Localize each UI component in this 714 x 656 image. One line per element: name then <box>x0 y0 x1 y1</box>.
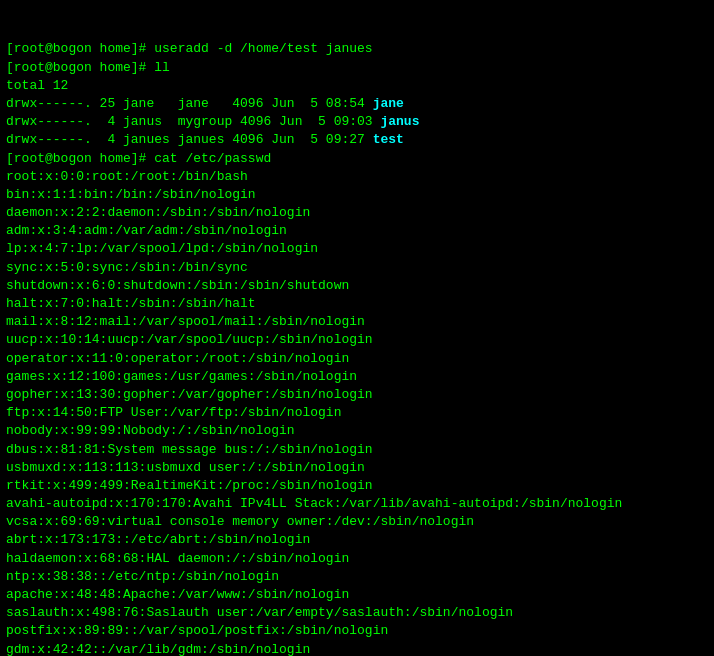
terminal-line: gopher:x:13:30:gopher:/var/gopher:/sbin/… <box>6 386 708 404</box>
terminal-line: mail:x:8:12:mail:/var/spool/mail:/sbin/n… <box>6 313 708 331</box>
terminal-line: nobody:x:99:99:Nobody:/:/sbin/nologin <box>6 422 708 440</box>
terminal-line: drwx------. 4 janues janues 4096 Jun 5 0… <box>6 131 708 149</box>
terminal-line: [root@bogon home]# ll <box>6 59 708 77</box>
terminal-line: sync:x:5:0:sync:/sbin:/bin/sync <box>6 259 708 277</box>
terminal-line: dbus:x:81:81:System message bus:/:/sbin/… <box>6 441 708 459</box>
terminal-line: saslauth:x:498:76:Saslauth user:/var/emp… <box>6 604 708 622</box>
terminal-line: lp:x:4:7:lp:/var/spool/lpd:/sbin/nologin <box>6 240 708 258</box>
terminal-line: ntp:x:38:38::/etc/ntp:/sbin/nologin <box>6 568 708 586</box>
terminal-line: avahi-autoipd:x:170:170:Avahi IPv4LL Sta… <box>6 495 708 513</box>
terminal-line: root:x:0:0:root:/root:/bin/bash <box>6 168 708 186</box>
terminal-line: drwx------. 4 janus mygroup 4096 Jun 5 0… <box>6 113 708 131</box>
terminal-line: postfix:x:89:89::/var/spool/postfix:/sbi… <box>6 622 708 640</box>
terminal-line: [root@bogon home]# cat /etc/passwd <box>6 150 708 168</box>
terminal-line: total 12 <box>6 77 708 95</box>
terminal-line: operator:x:11:0:operator:/root:/sbin/nol… <box>6 350 708 368</box>
terminal-line: vcsa:x:69:69:virtual console memory owne… <box>6 513 708 531</box>
terminal-line: games:x:12:100:games:/usr/games:/sbin/no… <box>6 368 708 386</box>
terminal-line: daemon:x:2:2:daemon:/sbin:/sbin/nologin <box>6 204 708 222</box>
terminal-line: apache:x:48:48:Apache:/var/www:/sbin/nol… <box>6 586 708 604</box>
terminal-line: gdm:x:42:42::/var/lib/gdm:/sbin/nologin <box>6 641 708 656</box>
terminal-line: uucp:x:10:14:uucp:/var/spool/uucp:/sbin/… <box>6 331 708 349</box>
highlight-text: test <box>373 132 404 147</box>
terminal-window[interactable]: [root@bogon home]# useradd -d /home/test… <box>0 0 714 656</box>
terminal-line: halt:x:7:0:halt:/sbin:/sbin/halt <box>6 295 708 313</box>
highlight-text: jane <box>373 96 404 111</box>
terminal-line: shutdown:x:6:0:shutdown:/sbin:/sbin/shut… <box>6 277 708 295</box>
terminal-line: abrt:x:173:173::/etc/abrt:/sbin/nologin <box>6 531 708 549</box>
terminal-line: usbmuxd:x:113:113:usbmuxd user:/:/sbin/n… <box>6 459 708 477</box>
terminal-line: adm:x:3:4:adm:/var/adm:/sbin/nologin <box>6 222 708 240</box>
terminal-line: ftp:x:14:50:FTP User:/var/ftp:/sbin/nolo… <box>6 404 708 422</box>
terminal-line: rtkit:x:499:499:RealtimeKit:/proc:/sbin/… <box>6 477 708 495</box>
highlight-text: janus <box>380 114 419 129</box>
terminal-line: [root@bogon home]# useradd -d /home/test… <box>6 40 708 58</box>
terminal-line: haldaemon:x:68:68:HAL daemon:/:/sbin/nol… <box>6 550 708 568</box>
terminal-line: bin:x:1:1:bin:/bin:/sbin/nologin <box>6 186 708 204</box>
terminal-line: drwx------. 25 jane jane 4096 Jun 5 08:5… <box>6 95 708 113</box>
